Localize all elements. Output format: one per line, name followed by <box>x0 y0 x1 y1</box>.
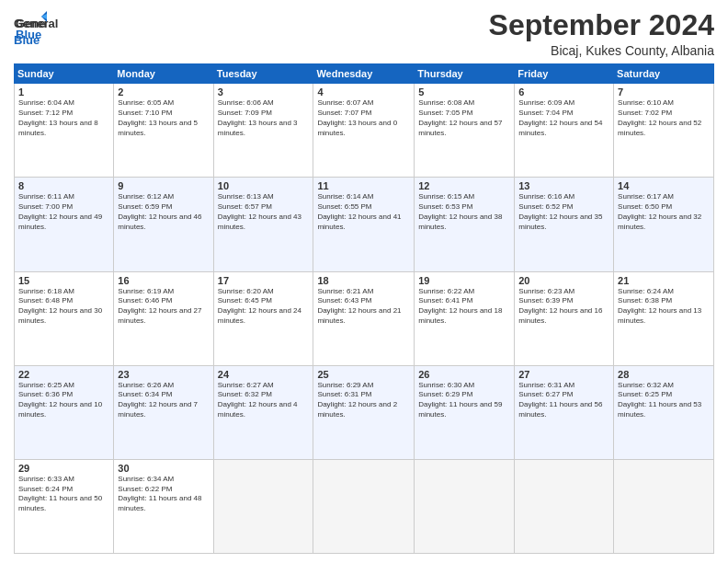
calendar-cell: 24Sunrise: 6:27 AMSunset: 6:32 PMDayligh… <box>213 365 313 459</box>
day-info: Sunrise: 6:19 AMSunset: 6:46 PMDaylight:… <box>118 287 209 327</box>
day-number: 7 <box>618 86 710 98</box>
weekday-header: Sunday <box>15 64 114 84</box>
calendar-cell: 8Sunrise: 6:11 AMSunset: 7:00 PMDaylight… <box>15 178 114 271</box>
day-info: Sunrise: 6:24 AMSunset: 6:38 PMDaylight:… <box>618 287 710 327</box>
calendar-cell: 4Sunrise: 6:07 AMSunset: 7:07 PMDaylight… <box>313 84 415 178</box>
calendar-cell <box>515 459 614 553</box>
logo: General Blue General Blue <box>14 9 58 48</box>
day-number: 15 <box>18 275 109 286</box>
calendar-cell: 3Sunrise: 6:06 AMSunset: 7:09 PMDaylight… <box>213 84 313 178</box>
logo-general: General <box>14 17 58 30</box>
calendar-cell: 9Sunrise: 6:12 AMSunset: 6:59 PMDaylight… <box>114 178 213 271</box>
weekday-header: Tuesday <box>213 64 313 84</box>
day-number: 23 <box>118 369 209 380</box>
calendar-cell: 23Sunrise: 6:26 AMSunset: 6:34 PMDayligh… <box>114 365 213 459</box>
calendar-cell: 6Sunrise: 6:09 AMSunset: 7:04 PMDaylight… <box>515 84 614 178</box>
day-info: Sunrise: 6:23 AMSunset: 6:39 PMDaylight:… <box>518 287 609 327</box>
calendar-cell: 7Sunrise: 6:10 AMSunset: 7:02 PMDaylight… <box>614 84 714 178</box>
calendar-cell: 26Sunrise: 6:30 AMSunset: 6:29 PMDayligh… <box>415 365 515 459</box>
day-info: Sunrise: 6:12 AMSunset: 6:59 PMDaylight:… <box>118 192 209 232</box>
day-number: 10 <box>218 180 310 191</box>
day-number: 5 <box>418 86 510 98</box>
day-info: Sunrise: 6:16 AMSunset: 6:52 PMDaylight:… <box>518 192 609 232</box>
subtitle: Bicaj, Kukes County, Albania <box>489 43 714 58</box>
calendar-header-row: SundayMondayTuesdayWednesdayThursdayFrid… <box>15 64 714 84</box>
day-info: Sunrise: 6:13 AMSunset: 6:57 PMDaylight:… <box>218 192 310 232</box>
day-number: 1 <box>18 86 109 98</box>
day-number: 13 <box>518 180 609 191</box>
calendar-cell: 11Sunrise: 6:14 AMSunset: 6:55 PMDayligh… <box>313 178 415 271</box>
weekday-header: Saturday <box>614 64 714 84</box>
day-info: Sunrise: 6:04 AMSunset: 7:12 PMDaylight:… <box>18 98 109 138</box>
calendar-week-row: 1Sunrise: 6:04 AMSunset: 7:12 PMDaylight… <box>15 84 714 178</box>
day-info: Sunrise: 6:17 AMSunset: 6:50 PMDaylight:… <box>618 192 710 232</box>
day-number: 19 <box>418 275 510 286</box>
day-info: Sunrise: 6:31 AMSunset: 6:27 PMDaylight:… <box>518 381 609 420</box>
calendar-cell <box>614 459 714 553</box>
calendar-week-row: 15Sunrise: 6:18 AMSunset: 6:48 PMDayligh… <box>15 271 714 365</box>
day-info: Sunrise: 6:14 AMSunset: 6:55 PMDaylight:… <box>317 192 410 232</box>
month-title: September 2024 <box>489 9 714 41</box>
calendar-cell: 28Sunrise: 6:32 AMSunset: 6:25 PMDayligh… <box>614 365 714 459</box>
day-info: Sunrise: 6:33 AMSunset: 6:24 PMDaylight:… <box>18 475 109 514</box>
calendar-body: 1Sunrise: 6:04 AMSunset: 7:12 PMDaylight… <box>15 84 714 554</box>
calendar-cell: 29Sunrise: 6:33 AMSunset: 6:24 PMDayligh… <box>15 459 114 553</box>
day-info: Sunrise: 6:21 AMSunset: 6:43 PMDaylight:… <box>317 287 410 327</box>
day-number: 20 <box>518 275 609 286</box>
calendar-cell <box>313 459 415 553</box>
day-number: 16 <box>118 275 209 286</box>
calendar-cell: 12Sunrise: 6:15 AMSunset: 6:53 PMDayligh… <box>415 178 515 271</box>
calendar-table: SundayMondayTuesdayWednesdayThursdayFrid… <box>14 63 714 554</box>
day-number: 8 <box>18 180 109 191</box>
day-number: 25 <box>317 369 410 380</box>
day-number: 28 <box>618 369 710 380</box>
calendar-cell: 17Sunrise: 6:20 AMSunset: 6:45 PMDayligh… <box>213 271 313 365</box>
calendar-cell: 20Sunrise: 6:23 AMSunset: 6:39 PMDayligh… <box>515 271 614 365</box>
weekday-header: Wednesday <box>313 64 415 84</box>
calendar-cell: 19Sunrise: 6:22 AMSunset: 6:41 PMDayligh… <box>415 271 515 365</box>
calendar-week-row: 29Sunrise: 6:33 AMSunset: 6:24 PMDayligh… <box>15 459 714 553</box>
day-number: 24 <box>218 369 310 380</box>
day-number: 9 <box>118 180 209 191</box>
day-info: Sunrise: 6:29 AMSunset: 6:31 PMDaylight:… <box>317 381 410 420</box>
day-number: 12 <box>418 180 510 191</box>
logo-blue: Blue <box>14 33 40 47</box>
day-number: 26 <box>418 369 510 380</box>
day-number: 3 <box>218 86 310 98</box>
weekday-header: Friday <box>515 64 614 84</box>
day-info: Sunrise: 6:18 AMSunset: 6:48 PMDaylight:… <box>18 287 109 327</box>
calendar-cell: 10Sunrise: 6:13 AMSunset: 6:57 PMDayligh… <box>213 178 313 271</box>
day-number: 18 <box>317 275 410 286</box>
calendar-cell: 22Sunrise: 6:25 AMSunset: 6:36 PMDayligh… <box>15 365 114 459</box>
calendar-week-row: 8Sunrise: 6:11 AMSunset: 7:00 PMDaylight… <box>15 178 714 271</box>
day-number: 22 <box>18 369 109 380</box>
day-number: 11 <box>317 180 410 191</box>
calendar-cell: 21Sunrise: 6:24 AMSunset: 6:38 PMDayligh… <box>614 271 714 365</box>
day-info: Sunrise: 6:11 AMSunset: 7:00 PMDaylight:… <box>18 192 109 232</box>
day-info: Sunrise: 6:25 AMSunset: 6:36 PMDaylight:… <box>18 381 109 420</box>
calendar-cell <box>415 459 515 553</box>
calendar-cell: 13Sunrise: 6:16 AMSunset: 6:52 PMDayligh… <box>515 178 614 271</box>
day-info: Sunrise: 6:30 AMSunset: 6:29 PMDaylight:… <box>418 381 510 420</box>
title-block: September 2024 Bicaj, Kukes County, Alba… <box>489 9 714 58</box>
day-info: Sunrise: 6:32 AMSunset: 6:25 PMDaylight:… <box>618 381 710 420</box>
calendar-cell: 15Sunrise: 6:18 AMSunset: 6:48 PMDayligh… <box>15 271 114 365</box>
day-info: Sunrise: 6:15 AMSunset: 6:53 PMDaylight:… <box>418 192 510 232</box>
calendar-cell: 2Sunrise: 6:05 AMSunset: 7:10 PMDaylight… <box>114 84 213 178</box>
header: General Blue General Blue September 2024… <box>14 9 714 58</box>
day-number: 29 <box>18 463 109 474</box>
calendar-cell: 30Sunrise: 6:34 AMSunset: 6:22 PMDayligh… <box>114 459 213 553</box>
day-number: 4 <box>317 86 410 98</box>
calendar-week-row: 22Sunrise: 6:25 AMSunset: 6:36 PMDayligh… <box>15 365 714 459</box>
day-info: Sunrise: 6:27 AMSunset: 6:32 PMDaylight:… <box>218 381 310 420</box>
day-number: 14 <box>618 180 710 191</box>
page: General Blue General Blue September 2024… <box>0 0 728 563</box>
day-info: Sunrise: 6:22 AMSunset: 6:41 PMDaylight:… <box>418 287 510 327</box>
weekday-header: Thursday <box>415 64 515 84</box>
calendar-cell: 1Sunrise: 6:04 AMSunset: 7:12 PMDaylight… <box>15 84 114 178</box>
day-number: 6 <box>518 86 609 98</box>
day-info: Sunrise: 6:34 AMSunset: 6:22 PMDaylight:… <box>118 475 209 514</box>
day-number: 2 <box>118 86 209 98</box>
day-info: Sunrise: 6:09 AMSunset: 7:04 PMDaylight:… <box>518 98 609 138</box>
day-info: Sunrise: 6:07 AMSunset: 7:07 PMDaylight:… <box>317 98 410 138</box>
